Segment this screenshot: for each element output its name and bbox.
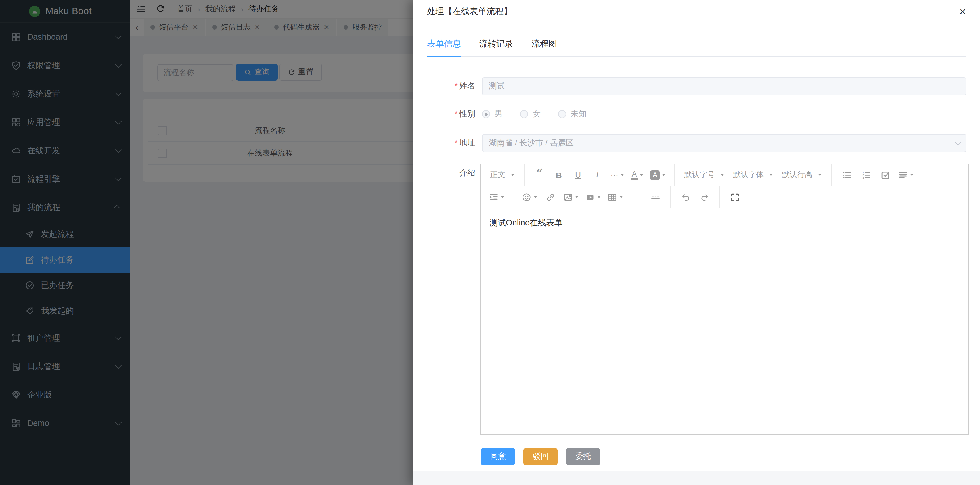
gender-radio-group: 男 女 未知 <box>482 109 604 119</box>
toolbar-button-align[interactable] <box>898 168 913 182</box>
chevron-down-icon <box>955 139 961 146</box>
intro-label: 介绍 <box>427 168 482 178</box>
dropdown-label: 默认字体 <box>733 170 764 180</box>
editor-text: 测试Online在线表单 <box>490 218 563 227</box>
svg-text:3: 3 <box>862 176 864 179</box>
caret-down-icon <box>818 174 822 176</box>
emoji-icon <box>522 192 531 202</box>
radio-label: 女 <box>533 109 541 119</box>
dropdown-label: 默认行高 <box>782 170 813 180</box>
toolbar-dropdown-font_family[interactable]: 默认字体 <box>732 168 774 182</box>
drawer-footer-strip <box>413 471 980 485</box>
editor-toolbar: 正文“BUI···AA默认字号默认字体默认行高123 <box>481 164 968 208</box>
toolbar-button-bg-color[interactable]: A <box>650 168 665 182</box>
address-row: 地址 湖南省 / 长沙市 / 岳麓区 <box>427 134 966 152</box>
caret-down-icon <box>534 196 537 198</box>
toolbar-button-code[interactable] <box>630 190 642 204</box>
name-row: 姓名 测试 <box>427 77 966 95</box>
toolbar-separator <box>670 186 671 208</box>
app-root: Maku Boot Dashboard 权限管理 系统设置 应用管理 <box>0 0 980 485</box>
caret-down-icon <box>575 196 579 198</box>
caret-down-icon <box>501 196 504 198</box>
toolbar-button-quote[interactable]: “ <box>533 168 546 182</box>
toolbar-button-divider[interactable] <box>649 190 662 204</box>
rich-text-editor: 正文“BUI···AA默认字号默认字体默认行高123 测试Online在线表单 <box>480 164 969 435</box>
gender-row: 性别 男 女 未知 <box>427 106 966 122</box>
todo-icon <box>880 170 890 180</box>
image-icon <box>563 192 573 202</box>
drawer-tab-流转记录[interactable]: 流转记录 <box>479 31 513 56</box>
radio-circle-icon <box>558 110 566 118</box>
name-value: 测试 <box>489 81 505 91</box>
gender-radio-男[interactable]: 男 <box>482 109 503 119</box>
toolbar-button-more[interactable]: ··· <box>610 168 624 182</box>
redo-icon <box>700 192 710 202</box>
caret-down-icon <box>511 174 514 176</box>
toolbar-button-undo[interactable] <box>679 190 692 204</box>
toolbar-dropdown-paragraph[interactable]: 正文 <box>489 168 515 182</box>
action-button-驳回[interactable]: 驳回 <box>523 448 558 465</box>
gender-radio-女[interactable]: 女 <box>520 109 541 119</box>
bg-color-icon: A <box>650 170 660 180</box>
bullet-list-icon <box>842 170 851 180</box>
toolbar-button-bold[interactable]: B <box>552 168 565 182</box>
toolbar-button-underline[interactable]: U <box>572 168 584 182</box>
fullscreen-icon <box>730 192 740 202</box>
caret-down-icon <box>721 174 724 176</box>
link-icon <box>546 192 555 202</box>
radio-circle-icon <box>482 110 490 118</box>
caret-down-icon <box>619 196 623 198</box>
toolbar-button-bullet-list[interactable] <box>840 168 853 182</box>
divider-icon <box>651 192 660 202</box>
address-cascader[interactable]: 湖南省 / 长沙市 / 岳麓区 <box>482 134 966 152</box>
drawer-title: 处理【在线表单流程】 <box>427 6 512 17</box>
action-button-委托[interactable]: 委托 <box>566 448 600 465</box>
toolbar-button-indent[interactable] <box>489 190 504 204</box>
toolbar-dropdown-line_height[interactable]: 默认行高 <box>781 168 823 182</box>
caret-down-icon <box>910 174 913 176</box>
gender-radio-未知[interactable]: 未知 <box>558 109 587 119</box>
toolbar-button-redo[interactable] <box>698 190 711 204</box>
caret-down-icon <box>620 174 624 176</box>
toolbar-button-fullscreen[interactable] <box>729 190 741 204</box>
undo-icon <box>681 192 690 202</box>
toolbar-button-todo[interactable] <box>879 168 891 182</box>
toolbar-separator <box>719 186 720 208</box>
radio-circle-icon <box>520 110 528 118</box>
indent-icon <box>489 192 498 202</box>
toolbar-button-video[interactable] <box>585 190 601 204</box>
ordered-list-icon: 123 <box>861 170 871 180</box>
caret-down-icon <box>597 196 601 198</box>
drawer-header: 处理【在线表单流程】 × <box>413 0 980 23</box>
name-label: 姓名 <box>427 81 482 91</box>
gender-label: 性别 <box>427 109 482 119</box>
toolbar-button-image[interactable] <box>563 190 579 204</box>
toolbar-button-table[interactable] <box>608 190 623 204</box>
video-icon <box>585 192 595 202</box>
close-icon[interactable]: × <box>959 6 966 17</box>
drawer-actions: 同意驳回委托 <box>481 448 600 465</box>
dropdown-label: 默认字号 <box>684 170 715 180</box>
toolbar-button-italic[interactable]: I <box>591 168 603 182</box>
radio-label: 未知 <box>571 109 587 119</box>
process-drawer: 处理【在线表单流程】 × 表单信息流转记录流程图 姓名 测试 性别 男 女 未知 <box>413 0 980 485</box>
toolbar-button-link[interactable] <box>544 190 557 204</box>
dropdown-label: 正文 <box>490 170 505 180</box>
name-input[interactable]: 测试 <box>482 77 966 95</box>
toolbar-separator <box>524 164 525 186</box>
quote-icon: “ <box>536 170 543 180</box>
drawer-tab-表单信息[interactable]: 表单信息 <box>427 31 461 56</box>
toolbar-dropdown-font_size[interactable]: 默认字号 <box>683 168 725 182</box>
caret-down-icon <box>769 174 773 176</box>
toolbar-button-font-color[interactable]: A <box>631 168 643 182</box>
toolbar-separator <box>674 164 675 186</box>
caret-down-icon <box>662 174 665 176</box>
editor-content[interactable]: 测试Online在线表单 <box>481 208 968 237</box>
toolbar-separator <box>831 164 832 186</box>
toolbar-button-emoji[interactable] <box>522 190 537 204</box>
toolbar-separator <box>513 186 513 208</box>
toolbar-button-ordered-list[interactable]: 123 <box>860 168 872 182</box>
drawer-tab-流程图[interactable]: 流程图 <box>531 31 557 56</box>
caret-down-icon <box>640 174 643 176</box>
action-button-同意[interactable]: 同意 <box>481 448 515 465</box>
